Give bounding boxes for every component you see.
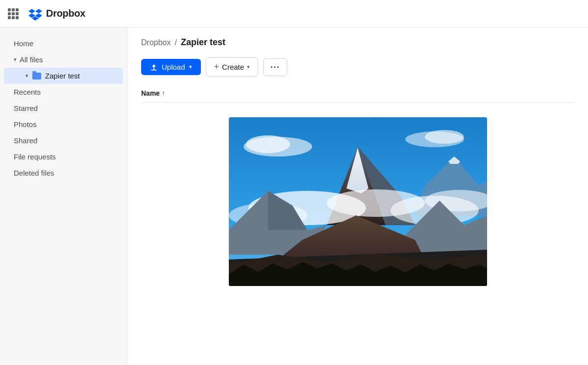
create-plus-icon: + — [214, 62, 220, 72]
sidebar-item-shared[interactable]: Shared — [4, 132, 123, 149]
app-name: Dropbox — [46, 8, 85, 19]
deleted-files-label: Deleted files — [14, 169, 54, 177]
topbar-logo: Dropbox — [8, 7, 85, 21]
starred-label: Starred — [14, 104, 38, 112]
content-header: Dropbox / Zapier test Upload ▾ + Create — [127, 27, 588, 84]
name-column-header[interactable]: Name ↑ — [141, 89, 165, 97]
file-list: Name ↑ — [127, 84, 588, 365]
all-files-label: All files — [20, 55, 43, 64]
layout: Home ▾ All files ▾ Zapier test Recents S… — [0, 27, 588, 365]
sidebar-item-starred[interactable]: Starred — [4, 100, 123, 116]
sidebar-item-home[interactable]: Home — [4, 35, 123, 52]
image-preview-area — [141, 103, 574, 301]
topbar: Dropbox — [0, 0, 588, 27]
breadcrumb-parent[interactable]: Dropbox — [141, 38, 171, 47]
upload-button[interactable]: Upload ▾ — [141, 59, 201, 75]
breadcrumb-separator: / — [174, 38, 176, 47]
main-content: Dropbox / Zapier test Upload ▾ + Create — [127, 27, 588, 365]
mountain-image[interactable] — [229, 117, 487, 286]
sidebar-item-recents[interactable]: Recents — [4, 84, 123, 100]
file-requests-label: File requests — [14, 153, 56, 161]
sidebar-item-all-files[interactable]: ▾ All files — [4, 52, 123, 68]
mountain-scene — [229, 117, 487, 286]
sidebar-item-file-requests[interactable]: File requests — [4, 149, 123, 165]
toolbar: Upload ▾ + Create ▾ ··· — [141, 57, 574, 77]
chevron-down-icon: ▾ — [14, 56, 17, 63]
chevron-right-icon: ▾ — [25, 73, 28, 79]
create-button[interactable]: + Create ▾ — [206, 57, 259, 77]
sort-arrow-icon: ↑ — [162, 90, 165, 97]
recents-label: Recents — [14, 88, 41, 96]
upload-chevron-icon: ▾ — [189, 64, 192, 70]
svg-rect-0 — [151, 70, 157, 71]
photos-label: Photos — [14, 120, 37, 129]
sidebar-item-deleted-files[interactable]: Deleted files — [4, 165, 123, 181]
folder-icon — [32, 73, 41, 79]
sidebar-item-photos[interactable]: Photos — [4, 116, 123, 132]
create-chevron-icon: ▾ — [247, 64, 250, 70]
more-button[interactable]: ··· — [263, 58, 287, 76]
home-label: Home — [14, 39, 33, 48]
upload-icon — [150, 63, 158, 71]
shared-label: Shared — [14, 136, 37, 145]
zapier-test-label: Zapier test — [45, 72, 80, 80]
svg-point-22 — [425, 130, 464, 144]
breadcrumb-current: Zapier test — [181, 37, 225, 48]
breadcrumb: Dropbox / Zapier test — [141, 37, 574, 48]
sidebar-item-zapier-test[interactable]: ▾ Zapier test — [4, 68, 123, 84]
dropbox-logo-icon — [28, 7, 42, 21]
sidebar: Home ▾ All files ▾ Zapier test Recents S… — [0, 27, 127, 365]
file-list-header: Name ↑ — [141, 84, 574, 103]
svg-point-20 — [246, 135, 290, 153]
apps-grid-icon[interactable] — [8, 8, 19, 19]
